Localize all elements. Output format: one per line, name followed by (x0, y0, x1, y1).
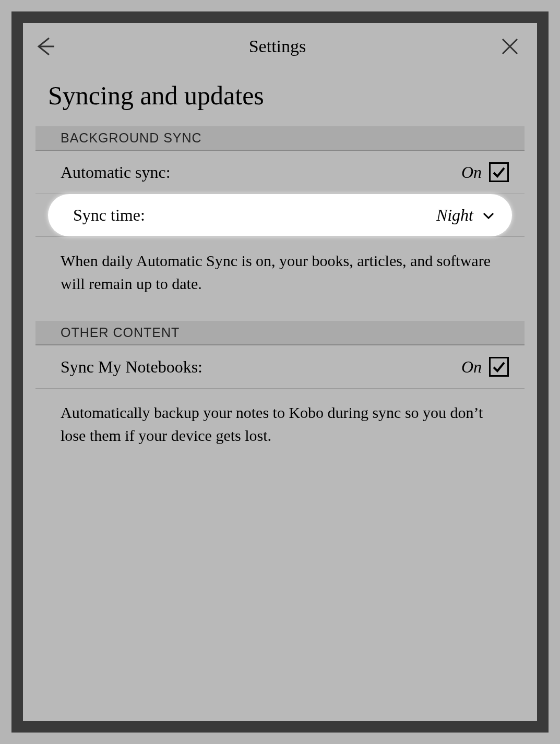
section-header-other-content: OTHER CONTENT (35, 321, 525, 345)
header-title: Settings (56, 37, 498, 56)
setting-row-sync-notebooks[interactable]: Sync My Notebooks: On (35, 345, 525, 389)
sync-time-label: Sync time: (73, 206, 145, 225)
background-sync-description: When daily Automatic Sync is on, your bo… (35, 237, 525, 321)
sync-notebooks-label: Sync My Notebooks: (61, 357, 202, 377)
other-content-description: Automatically backup your notes to Kobo … (35, 389, 525, 473)
sync-time-value: Night (436, 206, 473, 225)
setting-row-automatic-sync[interactable]: Automatic sync: On (35, 151, 525, 194)
setting-row-sync-time[interactable]: Sync time: Night (48, 194, 512, 236)
close-icon[interactable] (498, 35, 521, 58)
section-header-background-sync: BACKGROUND SYNC (35, 126, 525, 151)
automatic-sync-value: On (461, 163, 482, 182)
page-title: Syncing and updates (23, 70, 537, 126)
sync-notebooks-checkbox[interactable] (489, 357, 509, 377)
chevron-down-icon (481, 208, 496, 223)
automatic-sync-label: Automatic sync: (61, 163, 171, 182)
back-icon[interactable] (33, 35, 56, 58)
sync-notebooks-value: On (461, 357, 482, 377)
automatic-sync-checkbox[interactable] (489, 162, 509, 182)
